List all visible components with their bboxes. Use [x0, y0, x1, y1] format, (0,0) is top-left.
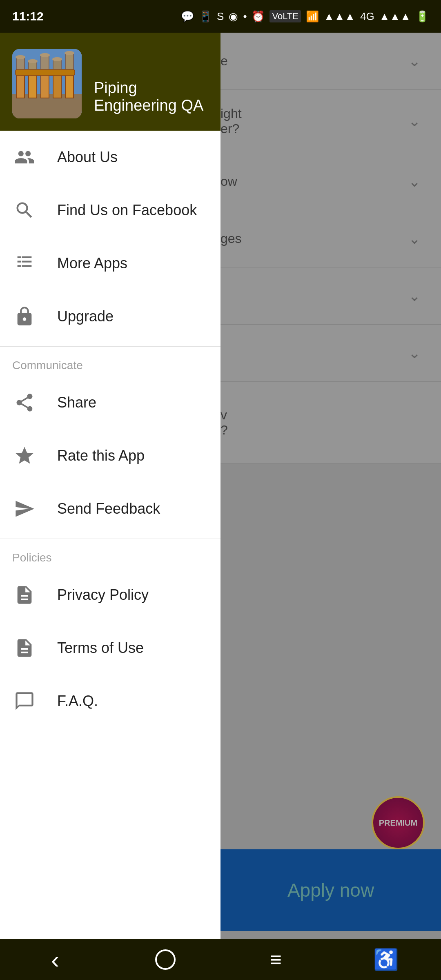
document-icon-terms: [12, 636, 37, 660]
chat-icon: 💬: [181, 10, 194, 23]
more-apps-label: More Apps: [57, 255, 127, 272]
battery-icon: 🔋: [416, 10, 429, 23]
svg-rect-13: [12, 49, 82, 69]
drawer-header: Piping Engineering QA: [0, 33, 220, 131]
document-icon-privacy: [12, 583, 37, 607]
communicate-section-header: Communicate: [0, 346, 220, 376]
apps-icon: [12, 251, 37, 276]
dot-icon: •: [243, 10, 247, 23]
policies-section-header: Policies: [0, 539, 220, 568]
bottom-navigation: ‹ ≡ ♿: [0, 939, 441, 980]
4g-label: 4G: [360, 10, 374, 23]
menu-item-share[interactable]: Share: [0, 376, 220, 429]
navigation-drawer: Piping Engineering QA About Us Find Us o…: [0, 33, 220, 980]
signal2-icon: ▲▲▲: [379, 10, 411, 23]
status-time: 11:12: [12, 9, 44, 23]
terms-of-use-label: Terms of Use: [57, 639, 144, 657]
menu-item-terms-of-use[interactable]: Terms of Use: [0, 621, 220, 675]
chat-icon: [12, 689, 37, 713]
drawer-menu: About Us Find Us on Facebook More Apps: [0, 131, 220, 980]
volte-icon: VoLTE: [270, 10, 301, 22]
recents-icon: ≡: [270, 948, 281, 971]
accessibility-icon: ♿: [373, 948, 399, 971]
faq-label: F.A.Q.: [57, 693, 98, 710]
status-bar: 11:12 💬 📱 S ◉ • ⏰ VoLTE 📶 ▲▲▲ 4G ▲▲▲ 🔋: [0, 0, 441, 33]
about-us-label: About Us: [57, 149, 118, 166]
find-facebook-label: Find Us on Facebook: [57, 202, 197, 219]
send-icon: [12, 497, 37, 521]
menu-item-upgrade[interactable]: Upgrade: [0, 290, 220, 343]
menu-item-more-apps[interactable]: More Apps: [0, 237, 220, 290]
menu-item-faq[interactable]: F.A.Q.: [0, 675, 220, 728]
svg-rect-7: [16, 69, 75, 76]
accessibility-button[interactable]: ♿: [361, 943, 410, 976]
menu-item-send-feedback[interactable]: Send Feedback: [0, 482, 220, 535]
signal-icon: ▲▲▲: [324, 10, 355, 23]
home-button[interactable]: [141, 943, 190, 976]
recents-button[interactable]: ≡: [251, 943, 300, 976]
people-icon: [12, 145, 37, 169]
menu-item-find-facebook[interactable]: Find Us on Facebook: [0, 184, 220, 237]
upgrade-label: Upgrade: [57, 308, 114, 325]
rate-app-label: Rate this App: [57, 447, 145, 464]
lock-icon: [12, 304, 37, 329]
alarm-icon: ⏰: [252, 10, 265, 23]
share-label: Share: [57, 394, 96, 411]
home-icon: [155, 949, 176, 970]
back-button[interactable]: ‹: [31, 943, 80, 976]
status-icons: 💬 📱 S ◉ • ⏰ VoLTE 📶 ▲▲▲ 4G ▲▲▲ 🔋: [181, 10, 429, 23]
wifi-icon: 📶: [306, 10, 319, 23]
search-icon: [12, 198, 37, 223]
app-name-label: Piping Engineering QA: [94, 79, 208, 118]
star-icon: [12, 443, 37, 468]
send-feedback-label: Send Feedback: [57, 500, 160, 517]
whatsapp-icon: 📱: [199, 10, 212, 23]
menu-item-rate-app[interactable]: Rate this App: [0, 429, 220, 482]
back-icon: ‹: [51, 946, 59, 974]
app-icon: [12, 49, 82, 118]
privacy-policy-label: Privacy Policy: [57, 586, 149, 604]
circle-icon: ◉: [229, 10, 238, 23]
menu-item-privacy-policy[interactable]: Privacy Policy: [0, 568, 220, 621]
menu-item-about-us[interactable]: About Us: [0, 131, 220, 184]
share-icon: [12, 390, 37, 415]
s-icon: S: [217, 10, 224, 23]
drawer-overlay[interactable]: [204, 33, 441, 980]
